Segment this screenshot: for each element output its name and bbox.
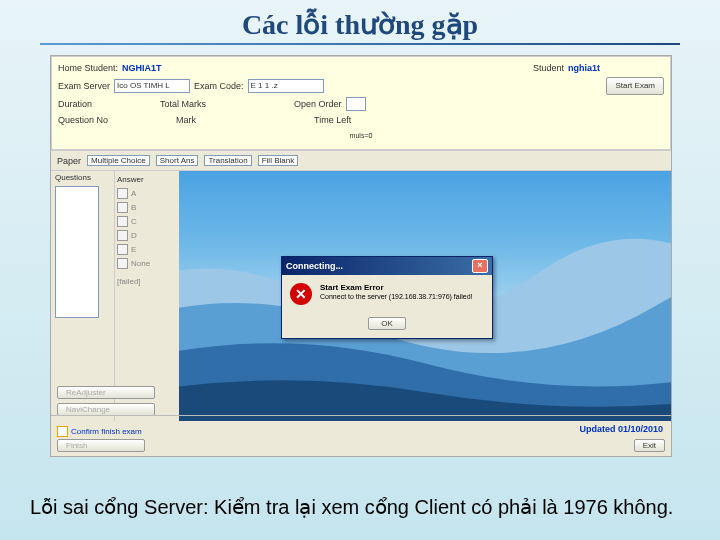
confirm-finish-label: Confirm finish exam (71, 427, 142, 436)
header-panel: Home Student: NGHIA1T Student nghia1t Ex… (51, 56, 671, 150)
answer-option-e[interactable]: E (117, 244, 177, 255)
close-icon[interactable]: × (472, 259, 488, 273)
paper-tab-multiple[interactable]: Multiple Choice (87, 155, 150, 166)
paper-label: Paper (57, 156, 81, 166)
answer-label: None (131, 259, 150, 268)
student-label: Student (533, 61, 564, 75)
answer-column: Answer A B C D E None [failed] (115, 171, 179, 421)
updated-label: Updated 01/10/2010 (579, 424, 663, 434)
title-underline (40, 43, 680, 45)
dialog-title-text: Connecting... (286, 261, 343, 271)
readjuster-button[interactable]: ReAdjuster (57, 386, 155, 399)
questions-column: Questions (51, 171, 115, 421)
answer-option-c[interactable]: C (117, 216, 177, 227)
marks-small: muls=0 (350, 129, 373, 143)
error-message: Connect to the server (192.168.38.71:976… (320, 293, 473, 300)
error-heading: Start Exam Error (320, 283, 384, 292)
error-dialog: Connecting... × ✕ Start Exam Error Conne… (281, 256, 493, 339)
finish-area: Confirm finish exam Finish (57, 426, 145, 452)
checkbox-icon (57, 426, 68, 437)
answer-header: Answer (117, 175, 177, 184)
error-icon: ✕ (290, 283, 312, 305)
time-left-label: Time Left (314, 113, 351, 127)
dialog-body: ✕ Start Exam Error Connect to the server… (282, 275, 492, 313)
separator (51, 415, 671, 416)
exam-code-field[interactable]: E 1 1 .z (248, 79, 324, 93)
total-marks-label: Total Marks (160, 97, 206, 111)
exit-button[interactable]: Exit (634, 439, 665, 452)
checkbox-icon (117, 258, 128, 269)
answer-label: A (131, 189, 136, 198)
exam-server-field[interactable]: Ico OS TIMH L (114, 79, 190, 93)
left-buttons: ReAdjuster NaviChange (57, 386, 155, 416)
slide-caption: Lỗi sai cổng Server: Kiểm tra lại xem cổ… (30, 494, 690, 520)
student-value: nghia1t (568, 61, 600, 75)
answer-option-d[interactable]: D (117, 230, 177, 241)
finish-button[interactable]: Finish (57, 439, 145, 452)
checkbox-icon (117, 244, 128, 255)
checkbox-icon (117, 230, 128, 241)
confirm-finish-checkbox[interactable]: Confirm finish exam (57, 426, 145, 437)
question-no-label: Question No (58, 113, 108, 127)
exam-code-label: Exam Code: (194, 79, 244, 93)
checkbox-icon (117, 188, 128, 199)
dialog-button-row: OK (282, 313, 492, 338)
failed-label: [failed] (117, 277, 141, 286)
open-order-label: Open Order (294, 97, 342, 111)
ok-button[interactable]: OK (368, 317, 406, 330)
checkbox-icon (117, 202, 128, 213)
paper-tab-short[interactable]: Short Ans (156, 155, 199, 166)
dialog-titlebar: Connecting... × (282, 257, 492, 275)
start-exam-button[interactable]: Start Exam (606, 77, 664, 95)
slide: Các lỗi thường gặp Home Student: NGHIA1T… (0, 0, 720, 540)
exam-server-label: Exam Server (58, 79, 110, 93)
answer-option-b[interactable]: B (117, 202, 177, 213)
open-order-field[interactable] (346, 97, 366, 111)
mark-label: Mark (176, 113, 196, 127)
answer-label: B (131, 203, 136, 212)
slide-title: Các lỗi thường gặp (0, 0, 720, 43)
paper-tab-translation[interactable]: Translation (204, 155, 251, 166)
questions-listbox[interactable] (55, 186, 99, 318)
answer-label: C (131, 217, 137, 226)
paper-tabs: Paper Multiple Choice Short Ans Translat… (51, 150, 671, 170)
app-screenshot: Home Student: NGHIA1T Student nghia1t Ex… (50, 55, 672, 457)
paper-tab-fillblank[interactable]: Fill Blank (258, 155, 298, 166)
home-student-label: Home Student: (58, 61, 118, 75)
answer-option-none[interactable]: None (117, 258, 177, 269)
answer-label: E (131, 245, 136, 254)
questions-header: Questions (55, 173, 110, 182)
answer-failed: [failed] (117, 277, 177, 286)
duration-label: Duration (58, 97, 92, 111)
home-student-value: NGHIA1T (122, 61, 162, 75)
dialog-text: Start Exam Error Connect to the server (… (320, 283, 473, 301)
checkbox-icon (117, 216, 128, 227)
answer-option-a[interactable]: A (117, 188, 177, 199)
answer-label: D (131, 231, 137, 240)
